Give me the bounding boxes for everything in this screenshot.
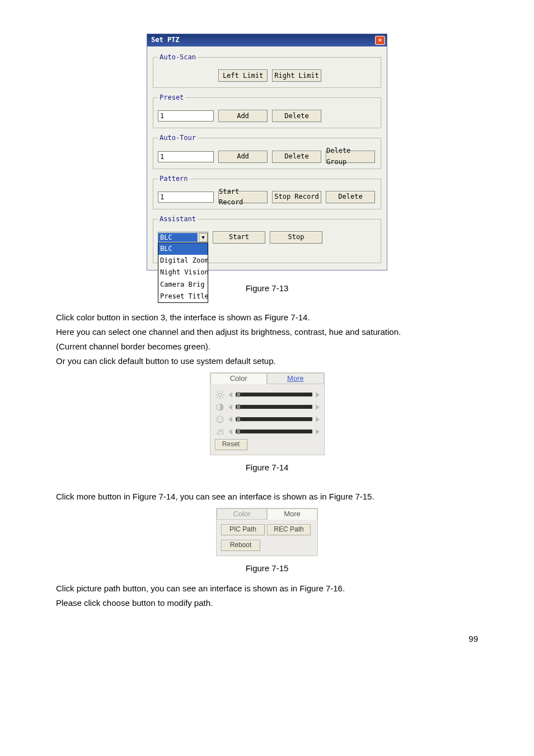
svg-line-6 (222, 397, 223, 398)
increase-icon[interactable] (316, 392, 320, 398)
saturation-icon (215, 427, 225, 437)
autotour-delete-group-button[interactable]: Delete Group (326, 151, 375, 163)
paragraph-6: Click picture path button, you can see a… (56, 582, 478, 595)
svg-line-5 (217, 391, 218, 393)
contrast-icon (215, 402, 225, 412)
assistant-start-button[interactable]: Start (213, 231, 265, 244)
assistant-legend: Assistant (158, 214, 198, 225)
more-panel: Color More PIC Path REC Path Reboot (216, 508, 318, 556)
preset-add-button[interactable]: Add (218, 110, 268, 122)
svg-point-11 (218, 418, 219, 419)
pattern-stop-record-button[interactable]: Stop Record (272, 191, 321, 203)
paragraph-2: Here you can select one channel and then… (56, 325, 478, 339)
preset-fieldset: Preset Add Delete (153, 92, 381, 128)
autotour-delete-button[interactable]: Delete (272, 151, 321, 163)
brightness-icon (215, 390, 225, 400)
chevron-down-icon: ▼ (199, 233, 208, 242)
assistant-dropdown[interactable]: BLC ▼ BLC Digital Zoom Night Vision Came… (158, 232, 208, 243)
tab-more-active[interactable]: More (267, 508, 317, 520)
right-limit-button[interactable]: Right Limit (272, 69, 321, 82)
color-panel: Color More (210, 372, 325, 455)
tab-color[interactable]: Color (210, 373, 268, 384)
svg-point-12 (221, 418, 222, 419)
paragraph-4: Or you can click default button to use s… (56, 354, 478, 368)
decrease-icon[interactable] (228, 392, 232, 398)
dialog-titlebar: Set PTZ × (147, 34, 387, 46)
close-icon: × (378, 35, 382, 45)
page-number: 99 (56, 632, 478, 646)
autotour-legend: Auto-Tour (158, 133, 198, 143)
autotour-add-button[interactable]: Add (218, 151, 268, 163)
paragraph-5: Click more button in Figure 7-14, you ca… (56, 490, 478, 503)
decrease-icon[interactable] (228, 417, 232, 422)
contrast-row (215, 402, 320, 412)
assistant-stop-button[interactable]: Stop (270, 231, 322, 244)
contrast-slider[interactable] (236, 405, 312, 409)
decrease-icon[interactable] (228, 429, 232, 435)
brightness-slider[interactable] (236, 393, 312, 396)
option-blc[interactable]: BLC (158, 243, 208, 255)
option-night-vision[interactable]: Night Vision (158, 267, 208, 278)
increase-icon[interactable] (316, 429, 320, 435)
tab-more[interactable]: More (267, 373, 324, 384)
autoscan-fieldset: Auto-Scan Left Limit Right Limit (153, 52, 381, 88)
assistant-dropdown-list[interactable]: BLC Digital Zoom Night Vision Camera Bri… (158, 242, 208, 303)
svg-line-8 (217, 397, 218, 398)
set-ptz-dialog: Set PTZ × Auto-Scan Left Limit Right Lim… (147, 34, 387, 270)
reboot-button[interactable]: Reboot (221, 540, 260, 551)
increase-icon[interactable] (316, 404, 320, 410)
paragraph-3: (Current channel border becomes green). (56, 340, 478, 353)
pattern-fieldset: Pattern Start Record Stop Record Delete (153, 174, 381, 209)
brightness-row (215, 390, 320, 400)
assistant-selected: BLC (158, 233, 198, 242)
preset-delete-button[interactable]: Delete (272, 110, 321, 122)
pattern-legend: Pattern (158, 174, 190, 184)
hue-slider[interactable] (236, 417, 312, 421)
autotour-input[interactable] (158, 151, 214, 162)
hue-row (215, 414, 320, 424)
saturation-row (215, 427, 320, 437)
assistant-fieldset: Assistant BLC ▼ BLC Digital Zoom Night V… (153, 214, 381, 263)
rec-path-button[interactable]: REC Path (267, 524, 311, 535)
dialog-title: Set PTZ (151, 35, 180, 45)
pattern-delete-button[interactable]: Delete (326, 191, 375, 203)
figure-7-15-caption: Figure 7-15 (56, 562, 478, 575)
option-digital-zoom[interactable]: Digital Zoom (158, 255, 208, 267)
option-camera-brig[interactable]: Camera Brig (158, 279, 208, 291)
figure-7-14-caption: Figure 7-14 (56, 461, 478, 474)
autoscan-legend: Auto-Scan (158, 52, 198, 63)
saturation-slider[interactable] (236, 430, 312, 433)
paragraph-1: Click color button in section 3, the int… (56, 311, 478, 324)
decrease-icon[interactable] (228, 404, 232, 410)
increase-icon[interactable] (316, 417, 320, 422)
pattern-start-record-button[interactable]: Start Record (218, 191, 268, 203)
tab-color-inactive[interactable]: Color (217, 508, 267, 520)
option-preset-title[interactable]: Preset Title (158, 291, 208, 302)
hue-icon (215, 414, 225, 424)
close-button[interactable]: × (375, 36, 385, 45)
pattern-input[interactable] (158, 192, 214, 203)
reset-button[interactable]: Reset (215, 439, 247, 450)
left-limit-button[interactable]: Left Limit (218, 69, 268, 82)
figure-7-13-caption: Figure 7-13 (56, 282, 478, 295)
svg-line-7 (222, 391, 223, 393)
preset-input[interactable] (158, 110, 214, 122)
pic-path-button[interactable]: PIC Path (221, 524, 265, 535)
autotour-fieldset: Auto-Tour Add Delete Delete Group (153, 133, 381, 169)
paragraph-7: Please click choose button to modify pat… (56, 596, 478, 610)
preset-legend: Preset (158, 92, 185, 103)
svg-point-0 (218, 393, 222, 396)
